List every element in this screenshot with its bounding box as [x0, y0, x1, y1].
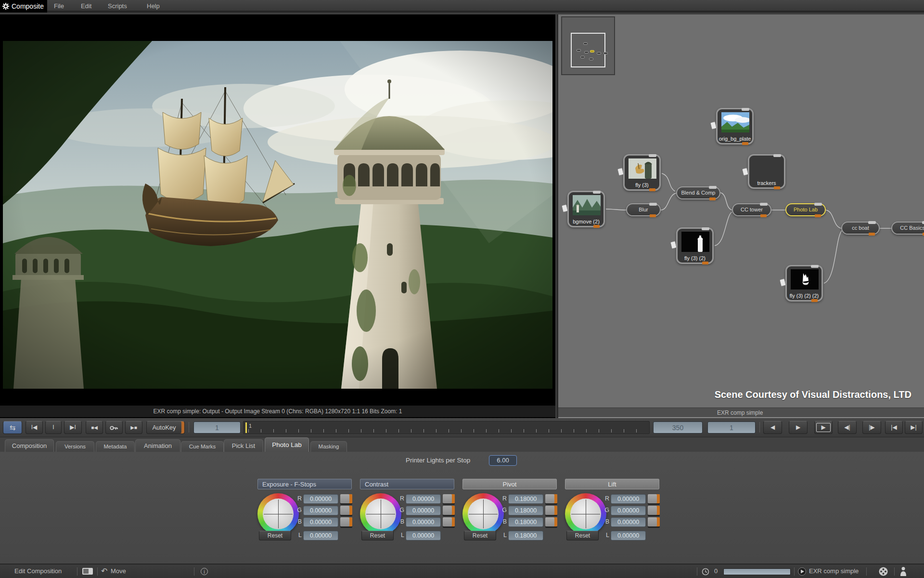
pivot-b-field[interactable]: 0.18000: [508, 517, 543, 527]
viewer-pane[interactable]: EXR comp simple: Output - Output Image S…: [0, 14, 555, 418]
node-graph-pane[interactable]: orig_bg_plate fly (3) trackers Blend & C…: [557, 14, 924, 418]
tab-animation[interactable]: Animation: [135, 439, 180, 452]
lift-reset-button[interactable]: Reset: [566, 531, 599, 540]
exposure-g-field[interactable]: 0.00000: [303, 506, 338, 515]
node-orig-bg-plate[interactable]: orig_bg_plate: [716, 108, 754, 144]
color-wheel[interactable]: [462, 493, 504, 535]
render-reel-icon[interactable]: [879, 567, 888, 576]
tab-pick-list[interactable]: Pick List: [224, 439, 263, 452]
node-blend-comp[interactable]: Blend & Comp: [676, 186, 720, 199]
contrast-r-field[interactable]: 0.00000: [406, 494, 441, 504]
lift-l-field[interactable]: 0.00000: [611, 531, 646, 540]
r-anim-button[interactable]: [340, 494, 352, 503]
color-wheel[interactable]: [565, 493, 606, 535]
play-reverse-button[interactable]: ◀: [763, 421, 782, 434]
timeline-ruler[interactable]: 1: [243, 421, 650, 434]
step-forward-button[interactable]: |▶: [862, 421, 881, 434]
frame-step-field[interactable]: 1: [707, 421, 756, 434]
play-forward-button[interactable]: ▶: [789, 421, 808, 434]
menu-file[interactable]: File: [54, 0, 64, 13]
step-back-button[interactable]: ◀|: [838, 421, 857, 434]
minimap-view-rect[interactable]: [571, 33, 605, 67]
color-wheel-crosshair[interactable]: [263, 499, 294, 529]
play-status-icon[interactable]: [798, 567, 806, 576]
end-frame-field[interactable]: 350: [653, 421, 703, 434]
r-anim-button[interactable]: [443, 494, 455, 503]
next-keyframe-button[interactable]: ▶■: [125, 421, 142, 434]
color-wheel[interactable]: [257, 493, 299, 535]
color-wheel[interactable]: [360, 493, 401, 535]
tab-masking[interactable]: Masking: [310, 441, 347, 452]
tab-metadata[interactable]: Metadata: [96, 441, 135, 452]
node-graph-tab-label[interactable]: EXR comp simple: [717, 408, 763, 418]
node-fly-3-2[interactable]: fly (3) (2): [676, 227, 714, 264]
group-title[interactable]: Contrast: [360, 479, 454, 489]
node-fly-3-2-2[interactable]: fly (3) (2) (2): [785, 265, 823, 302]
node-fly-3[interactable]: fly (3): [623, 154, 661, 191]
tab-photo-lab-active[interactable]: Photo Lab: [265, 437, 309, 452]
timeline-playhead[interactable]: [245, 422, 247, 433]
jump-to-start-button[interactable]: |◀: [885, 421, 903, 434]
color-wheel-crosshair[interactable]: [570, 499, 601, 529]
node-cc-tower[interactable]: CC tower: [732, 203, 771, 216]
contrast-g-field[interactable]: 0.00000: [406, 506, 441, 515]
node-cc-boat[interactable]: cc boat: [841, 222, 880, 235]
b-anim-button[interactable]: [443, 517, 455, 526]
contrast-b-field[interactable]: 0.00000: [406, 517, 441, 527]
jump-to-end-button[interactable]: ▶|: [905, 421, 923, 434]
menu-edit[interactable]: Edit: [81, 0, 91, 13]
layout-monitor-icon[interactable]: [82, 567, 93, 575]
tab-cue-marks[interactable]: Cue Marks: [181, 441, 224, 452]
b-anim-button[interactable]: [545, 517, 557, 526]
node-graph-minimap[interactable]: [561, 16, 615, 75]
app-logo[interactable]: Composite: [0, 0, 47, 13]
lift-g-field[interactable]: 0.00000: [611, 506, 646, 515]
exposure-b-field[interactable]: 0.00000: [303, 517, 338, 527]
node-cc-basics[interactable]: CC Basics: [891, 222, 924, 235]
lift-b-field[interactable]: 0.00000: [611, 517, 646, 527]
node-trackers[interactable]: trackers: [748, 154, 785, 189]
g-anim-button[interactable]: [648, 506, 660, 515]
pivot-r-field[interactable]: 0.18000: [508, 494, 543, 504]
g-anim-button[interactable]: [443, 506, 455, 515]
pivot-l-field[interactable]: 0.18000: [508, 531, 543, 540]
printer-lights-field[interactable]: 6.00: [489, 455, 517, 466]
menu-help[interactable]: Help: [147, 0, 160, 13]
group-title[interactable]: Pivot: [462, 479, 557, 489]
r-anim-button[interactable]: [545, 494, 557, 503]
user-icon[interactable]: [900, 566, 907, 576]
info-icon[interactable]: i: [201, 568, 208, 575]
contrast-reset-button[interactable]: Reset: [361, 531, 394, 540]
exposure-r-field[interactable]: 0.00000: [303, 494, 338, 504]
set-keyframe-button[interactable]: [105, 421, 123, 434]
exposure-l-field[interactable]: 0.00000: [303, 531, 338, 540]
tab-versions[interactable]: Versions: [56, 441, 94, 452]
prev-keyframe-button[interactable]: ■◀: [86, 421, 103, 434]
b-anim-button[interactable]: [648, 517, 660, 526]
node-photo-lab-selected[interactable]: Photo Lab: [785, 203, 826, 216]
menu-scripts[interactable]: Scripts: [108, 0, 127, 13]
color-wheel-crosshair[interactable]: [365, 499, 396, 529]
autokey-toggle[interactable]: AutoKey: [146, 421, 185, 434]
set-mark-button[interactable]: I: [45, 421, 62, 434]
b-anim-button[interactable]: [340, 517, 352, 526]
pivot-reset-button[interactable]: Reset: [464, 531, 496, 540]
exposure-reset-button[interactable]: Reset: [259, 531, 291, 540]
node-blur[interactable]: Blur: [626, 203, 661, 216]
r-anim-button[interactable]: [648, 494, 660, 503]
group-title[interactable]: Exposure - F-Stops: [257, 479, 352, 489]
play-once-button[interactable]: ▶: [814, 421, 833, 434]
contrast-l-field[interactable]: 0.00000: [406, 531, 441, 540]
lift-r-field[interactable]: 0.00000: [611, 494, 646, 504]
color-wheel-crosshair[interactable]: [468, 499, 499, 529]
current-frame-field[interactable]: 1: [193, 421, 241, 434]
active-comp-label[interactable]: EXR comp simple: [809, 565, 859, 578]
g-anim-button[interactable]: [545, 506, 557, 515]
tab-composition[interactable]: Composition: [5, 439, 54, 452]
group-title[interactable]: Lift: [565, 479, 659, 489]
pivot-g-field[interactable]: 0.18000: [508, 506, 543, 515]
pan-cycle-button[interactable]: ⇆: [3, 421, 22, 434]
g-anim-button[interactable]: [340, 506, 352, 515]
go-to-in-button[interactable]: I◀: [26, 421, 43, 434]
node-bgmove-2[interactable]: bgmove (2): [567, 191, 605, 227]
